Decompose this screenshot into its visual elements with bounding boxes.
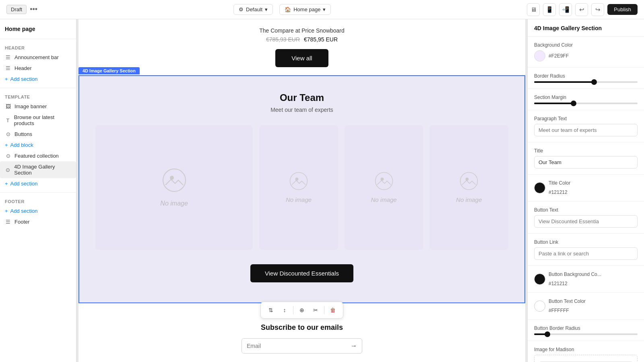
tablet-view-btn[interactable]: 📱: [543, 3, 556, 16]
paragraph-text-input[interactable]: [534, 124, 638, 136]
price-sale: €785,95 EUR: [304, 36, 338, 43]
button-bg-color-label: Button Background Co...: [549, 272, 601, 277]
subscribe-arrow-btn[interactable]: →: [346, 339, 362, 353]
sidebar-item-featured-collection[interactable]: ⊙ Featured collection: [0, 150, 76, 161]
toolbar-duplicate-btn[interactable]: ⊕: [296, 304, 308, 316]
bg-color-value: #F2E9FF: [549, 53, 569, 59]
border-radius-slider[interactable]: [534, 81, 638, 83]
gallery-section-tag: 4D Image Gallery Section: [78, 67, 140, 74]
add-section-footer-btn[interactable]: + Add section: [0, 206, 76, 216]
sidebar-item-footer[interactable]: ☰ Footer: [0, 216, 76, 227]
add-section-header-btn[interactable]: + Add section: [0, 74, 76, 84]
sidebar-item-announcement-bar[interactable]: ☰ Announcement bar: [0, 52, 76, 63]
circle-icon-3: ⊙: [5, 167, 11, 173]
undo-btn[interactable]: ↩: [575, 3, 588, 16]
sidebar-item-image-banner[interactable]: 🖼 Image banner: [0, 101, 76, 112]
add-block-btn[interactable]: + Add block: [0, 140, 76, 150]
draft-badge[interactable]: Draft: [6, 5, 27, 14]
bg-color-row[interactable]: #F2E9FF: [534, 50, 638, 62]
add-section-template-btn[interactable]: + Add section: [0, 178, 76, 189]
button-text-input[interactable]: [534, 215, 638, 228]
button-bg-color-swatch[interactable]: [534, 274, 545, 285]
toolbar-delete-btn[interactable]: 🗑: [327, 304, 339, 316]
button-text-color-value: #FFFFFF: [549, 308, 569, 313]
image-placeholder-icon-2: [375, 172, 393, 194]
button-link-input[interactable]: [534, 247, 638, 260]
gallery-image-1[interactable]: No image: [259, 125, 338, 250]
topbar-center: ⚙ Default ▾ 🏠 Home page ▾: [42, 4, 522, 15]
rp-title: Title: [528, 142, 644, 175]
svg-point-0: [163, 169, 186, 191]
sidebar-header-section: Header: [0, 42, 76, 52]
view-all-button[interactable]: View all: [275, 49, 328, 67]
sidebar-item-buttons[interactable]: ⊙ Buttons: [0, 129, 76, 140]
gallery-images: No image No image: [95, 125, 508, 250]
title-input[interactable]: [534, 156, 638, 169]
floating-toolbar: ⇅ ↕ ⊕ ✂ 🗑: [260, 302, 343, 319]
title-color-swatch[interactable]: [534, 182, 545, 193]
menu-icon-2: ☰: [5, 65, 11, 71]
rp-title-color: Title Color #121212: [528, 175, 644, 202]
chevron-down-icon-2: ▾: [323, 6, 326, 12]
button-bg-color-row[interactable]: Button Background Co... #121212: [534, 272, 638, 287]
image-icon: 🖼: [5, 103, 11, 109]
gallery-title: Our Team: [95, 92, 508, 103]
title-color-row[interactable]: Title Color #121212: [534, 180, 638, 195]
gallery-image-2[interactable]: No image: [345, 125, 423, 250]
plus-icon-4: +: [5, 208, 8, 214]
section-margin-thumb: [571, 101, 576, 106]
text-icon: T: [5, 117, 11, 123]
menu-icon: ☰: [5, 54, 11, 60]
image-placeholder-icon-3: [460, 172, 478, 194]
button-text-color-swatch[interactable]: [534, 300, 545, 312]
default-icon: ⚙: [239, 6, 244, 12]
toolbar-scissors-btn[interactable]: ✂: [310, 304, 322, 316]
mobile-view-btn[interactable]: 📲: [559, 3, 572, 16]
rp-button-bg-color: Button Background Co... #121212: [528, 266, 644, 293]
homepage-selector[interactable]: 🏠 Home page ▾: [279, 4, 331, 15]
gallery-cta-button[interactable]: View Discounted Essentials: [250, 264, 353, 282]
image-madison-box: Select image Explore free image...: [534, 355, 638, 362]
svg-point-7: [466, 178, 469, 181]
toolbar-move-up-btn[interactable]: ⇅: [265, 304, 277, 316]
desktop-view-btn[interactable]: 🖥: [527, 3, 540, 16]
no-image-label-1: No image: [286, 196, 312, 203]
circle-icon: ⊙: [5, 131, 11, 137]
gallery-section[interactable]: 4D Image Gallery Section Our Team Meet o…: [78, 75, 525, 303]
email-input[interactable]: [242, 339, 346, 353]
sidebar-page-title: Home page: [0, 24, 76, 35]
product-name: The Compare at Price Snowboard: [87, 27, 517, 34]
sidebar-item-browse-products[interactable]: T Browse our latest products: [0, 112, 76, 129]
redo-btn[interactable]: ↪: [591, 3, 604, 16]
sidebar-item-4d-gallery[interactable]: ⊙ 4D Image Gallery Section: [0, 161, 76, 178]
svg-point-6: [460, 173, 478, 190]
default-selector[interactable]: ⚙ Default ▾: [233, 4, 273, 15]
rp-image-madison: Image for Madison Select image Explore f…: [528, 341, 644, 362]
canvas-area: The Compare at Price Snowboard €785,93 E…: [76, 19, 527, 362]
border-radius-label: Border Radius: [534, 73, 638, 79]
product-section: The Compare at Price Snowboard €785,93 E…: [78, 19, 525, 75]
toolbar-divider-2: [324, 306, 324, 314]
chevron-down-icon: ▾: [265, 6, 268, 12]
plus-icon-2: +: [5, 142, 8, 148]
product-prices: €785,93 EUR €785,95 EUR: [87, 36, 517, 43]
rp-button-text-color: Button Text Color #FFFFFF: [528, 293, 644, 320]
more-options-btn[interactable]: •••: [30, 5, 37, 14]
rp-section-margin: Section Margin: [528, 89, 644, 110]
publish-button[interactable]: Publish: [607, 4, 638, 15]
plus-icon: +: [5, 76, 8, 82]
sidebar-item-header[interactable]: ☰ Header: [0, 63, 76, 74]
no-image-label-3: No image: [456, 196, 482, 203]
toolbar-move-btn[interactable]: ↕: [279, 304, 291, 316]
subscribe-title: Subscribe to our emails: [87, 323, 517, 332]
svg-point-3: [295, 178, 299, 181]
gallery-image-large[interactable]: No image: [95, 125, 253, 250]
section-margin-slider[interactable]: [534, 103, 638, 104]
rp-button-border-radius: Button Border Radius: [528, 320, 644, 341]
bg-color-label: Background Color: [534, 42, 638, 48]
button-text-color-row[interactable]: Button Text Color #FFFFFF: [534, 298, 638, 314]
bg-color-swatch[interactable]: [534, 50, 545, 62]
button-border-radius-slider[interactable]: [534, 333, 638, 335]
svg-point-1: [170, 176, 174, 180]
gallery-image-3[interactable]: No image: [429, 125, 508, 250]
